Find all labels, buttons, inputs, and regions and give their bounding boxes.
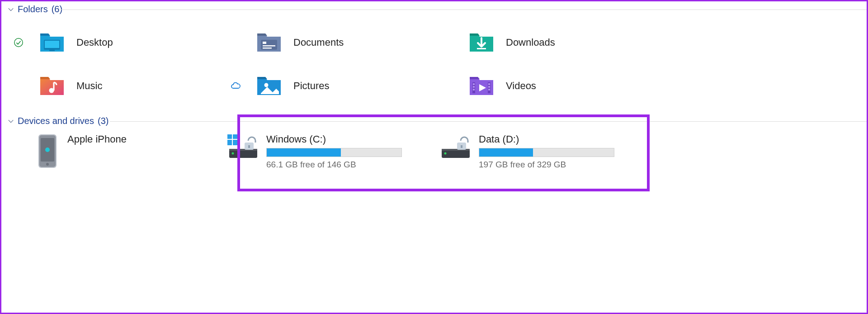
svg-rect-14	[473, 86, 475, 88]
svg-rect-5	[263, 42, 266, 44]
drive-c-usage-bar	[266, 148, 402, 157]
pictures-folder-icon	[253, 70, 285, 102]
windows-drive-icon	[226, 133, 260, 162]
downloads-folder-icon	[465, 26, 498, 59]
svg-point-9	[49, 88, 54, 93]
videos-label: Videos	[506, 80, 536, 92]
drives-grid: Apple iPhone Windows (C:)	[1, 129, 867, 170]
svg-rect-26	[233, 134, 238, 139]
svg-rect-25	[227, 134, 232, 139]
svg-rect-2	[45, 41, 59, 48]
documents-folder-icon	[253, 26, 285, 59]
svg-rect-16	[488, 83, 490, 85]
chevron-down-icon	[8, 6, 14, 13]
drive-c-name: Windows (C:)	[266, 133, 402, 145]
device-apple-iphone[interactable]: Apple iPhone	[9, 131, 226, 169]
svg-point-38	[444, 152, 447, 155]
sync-check-icon	[9, 38, 28, 48]
folders-section-header[interactable]: Folders (6)	[1, 1, 867, 17]
folder-downloads[interactable]: Downloads	[439, 21, 651, 64]
svg-point-23	[46, 163, 49, 166]
divider	[60, 10, 867, 10]
svg-point-33	[232, 152, 234, 155]
drive-d-free-text: 197 GB free of 329 GB	[479, 160, 614, 170]
drive-d-usage-bar	[479, 148, 614, 157]
folders-grid: Desktop Documents Downlo	[1, 17, 867, 113]
folder-documents[interactable]: Documents	[226, 21, 439, 64]
drives-section-count: (3)	[98, 116, 108, 126]
svg-rect-3	[49, 50, 55, 51]
divider	[110, 121, 867, 122]
svg-rect-13	[473, 83, 475, 85]
data-drive-icon	[439, 133, 472, 162]
drive-c-free-text: 66.1 GB free of 146 GB	[266, 160, 402, 170]
drive-d-name: Data (D:)	[479, 133, 614, 145]
svg-point-0	[14, 38, 23, 47]
folders-section-title: Folders	[18, 4, 48, 14]
documents-label: Documents	[293, 37, 344, 48]
svg-rect-6	[263, 45, 275, 47]
svg-rect-27	[227, 140, 232, 145]
device-label: Apple iPhone	[67, 133, 127, 145]
desktop-folder-icon	[36, 26, 68, 59]
cloud-status-icon	[226, 81, 245, 91]
svg-rect-15	[473, 89, 475, 90]
svg-rect-8	[477, 48, 486, 49]
chevron-down-icon	[8, 118, 14, 124]
drives-section-header[interactable]: Devices and drives (3)	[1, 113, 867, 129]
folder-desktop[interactable]: Desktop	[9, 21, 226, 64]
svg-rect-28	[233, 140, 238, 145]
svg-point-22	[45, 147, 50, 152]
music-label: Music	[76, 80, 102, 92]
folder-videos[interactable]: Videos	[439, 64, 651, 108]
drive-windows-c[interactable]: Windows (C:) 66.1 GB free of 146 GB	[226, 131, 439, 170]
videos-folder-icon	[465, 70, 498, 102]
svg-rect-35	[248, 145, 250, 148]
svg-rect-17	[488, 86, 490, 88]
folder-music[interactable]: Music	[9, 64, 226, 108]
drive-data-d[interactable]: Data (D:) 197 GB free of 329 GB	[439, 131, 651, 170]
folder-pictures[interactable]: Pictures	[226, 64, 439, 108]
desktop-label: Desktop	[76, 37, 113, 48]
phone-device-icon	[34, 133, 61, 169]
svg-rect-40	[461, 145, 462, 148]
downloads-label: Downloads	[506, 37, 555, 48]
svg-rect-18	[488, 89, 490, 90]
music-folder-icon	[36, 70, 68, 102]
drives-section-title: Devices and drives	[18, 116, 94, 126]
svg-point-10	[264, 83, 269, 87]
pictures-label: Pictures	[293, 80, 329, 92]
svg-rect-7	[263, 48, 272, 49]
